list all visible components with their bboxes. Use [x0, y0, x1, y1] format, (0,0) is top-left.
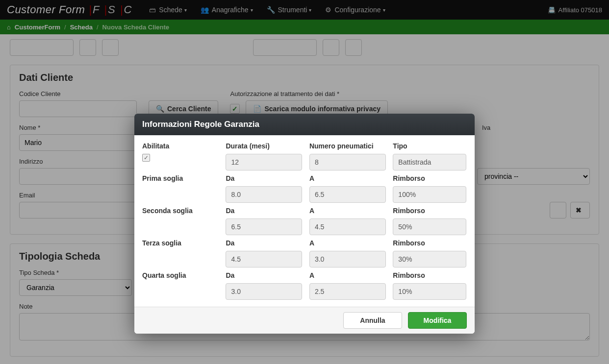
modal-title: Informazioni Regole Garanzia [134, 114, 475, 135]
input-rimborso[interactable] [393, 283, 466, 300]
label-durata: Durata (mesi) [226, 142, 309, 150]
label-soglia: Seconda soglia [142, 207, 226, 215]
soglia-row: Terza sogliaDaARimborso [142, 239, 467, 271]
input-rimborso[interactable] [393, 251, 466, 267]
label-a: A [309, 239, 393, 247]
modal-btn-annulla[interactable]: Annulla [343, 312, 402, 329]
label-da: Da [226, 207, 309, 215]
label-da: Da [226, 174, 309, 182]
label-rimborso: Rimborso [393, 207, 467, 215]
input-da[interactable] [226, 251, 302, 267]
label-tipo: Tipo [393, 142, 467, 150]
label-rimborso: Rimborso [393, 174, 467, 182]
label-numero: Numero pneumatici [309, 142, 393, 150]
soglia-row: Prima sogliaDaARimborso [142, 174, 467, 207]
label-soglia: Prima soglia [142, 174, 226, 182]
label-abilitata: Abilitata [142, 142, 226, 150]
input-rimborso[interactable] [393, 186, 466, 203]
input-da[interactable] [226, 186, 302, 203]
input-rimborso[interactable] [393, 218, 466, 235]
soglia-row: Seconda sogliaDaARimborso [142, 207, 467, 239]
label-a: A [309, 271, 393, 279]
label-rimborso: Rimborso [393, 239, 467, 247]
input-numero[interactable] [309, 154, 386, 170]
label-soglia: Quarta soglia [142, 271, 226, 279]
input-da[interactable] [226, 218, 302, 235]
modal-overlay: Informazioni Regole Garanzia Abilitata ✓… [0, 0, 609, 364]
checkbox-abilitata[interactable]: ✓ [142, 154, 150, 162]
input-durata[interactable] [226, 154, 302, 170]
input-a[interactable] [309, 186, 386, 203]
input-a[interactable] [309, 251, 386, 267]
modal-garanzia: Informazioni Regole Garanzia Abilitata ✓… [134, 114, 475, 334]
label-da: Da [226, 239, 309, 247]
label-rimborso: Rimborso [393, 271, 467, 279]
label-a: A [309, 174, 393, 182]
input-da[interactable] [226, 283, 302, 300]
soglia-row: Quarta sogliaDaARimborso [142, 271, 467, 304]
modal-btn-modifica[interactable]: Modifica [408, 312, 467, 329]
input-a[interactable] [309, 283, 386, 300]
label-a: A [309, 207, 393, 215]
input-tipo[interactable] [393, 154, 466, 170]
label-da: Da [226, 271, 309, 279]
label-soglia: Terza soglia [142, 239, 226, 247]
input-a[interactable] [309, 218, 386, 235]
